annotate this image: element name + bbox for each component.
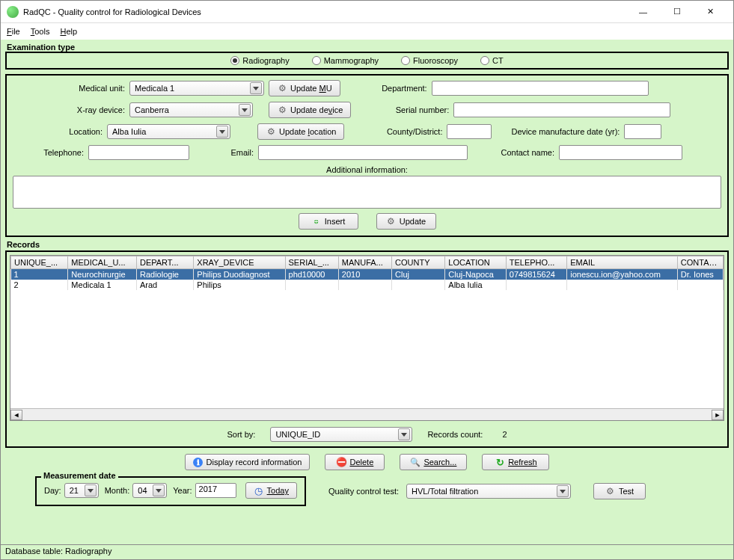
close-button[interactable]: ✕ <box>694 1 727 22</box>
horizontal-scrollbar[interactable]: ◄ ► <box>10 408 724 420</box>
contact-label: Contact name: <box>472 148 554 157</box>
table-cell <box>392 280 445 290</box>
gear-icon <box>277 105 287 115</box>
menu-tools[interactable]: Tools <box>31 27 50 36</box>
month-select[interactable]: 04 <box>132 483 167 498</box>
delete-button[interactable]: Delete <box>325 454 385 470</box>
email-input[interactable] <box>258 145 468 160</box>
update-mu-button[interactable]: Update MU <box>269 80 340 96</box>
menu-file[interactable]: File <box>7 27 20 36</box>
day-label: Day: <box>44 486 61 495</box>
radio-fluoroscopy[interactable]: Fluoroscopy <box>401 56 458 65</box>
menubar: File Tools Help <box>1 23 733 40</box>
table-cell: Philips Duodiagnost <box>194 269 285 280</box>
table-cell: Arad <box>136 280 193 290</box>
scroll-right-button[interactable]: ► <box>712 410 724 420</box>
refresh-button[interactable]: Refresh <box>482 454 549 470</box>
table-cell: phd10000 <box>285 269 338 280</box>
gear-icon <box>266 126 276 137</box>
column-header[interactable]: CONTAC... <box>677 256 723 269</box>
exam-type-group: Radiography Mammography Fluoroscopy CT <box>5 52 729 70</box>
medical-unit-select[interactable]: Medicala 1 <box>129 81 264 96</box>
xray-label: X-ray device: <box>13 105 125 114</box>
minus-icon <box>336 457 346 467</box>
medical-unit-label: Medical unit: <box>13 84 125 93</box>
contact-input[interactable] <box>559 145 682 160</box>
qc-test-select[interactable]: HVL/Total filtration <box>406 484 571 499</box>
sort-by-label: Sort by: <box>227 430 255 439</box>
additional-textarea[interactable] <box>13 176 721 209</box>
column-header[interactable]: SERIAL_... <box>285 256 338 269</box>
day-select[interactable]: 21 <box>64 483 99 498</box>
department-label: Department: <box>352 84 427 93</box>
email-label: Email: <box>194 148 254 157</box>
statusbar: Database table: Radiography <box>1 544 733 559</box>
update-location-button[interactable]: Update location <box>257 123 344 140</box>
refresh-icon <box>495 457 505 467</box>
gear-icon <box>277 83 287 93</box>
year-label: Year: <box>173 486 192 495</box>
table-cell <box>567 280 678 290</box>
records-count-value: 2 <box>502 430 507 439</box>
telephone-input[interactable] <box>88 145 189 160</box>
minimize-button[interactable]: ― <box>626 1 660 22</box>
column-header[interactable]: DEPART... <box>136 256 193 269</box>
table-row[interactable]: 1NeurochirurgieRadiologiePhilips Duodiag… <box>11 269 724 280</box>
location-select[interactable]: Alba Iulia <box>107 124 230 139</box>
display-record-button[interactable]: Display record information <box>185 454 311 470</box>
telephone-label: Telephone: <box>13 148 84 157</box>
column-header[interactable]: LOCATION <box>445 256 506 269</box>
search-button[interactable]: Search... <box>400 454 467 470</box>
insert-button[interactable]: Insert <box>299 213 358 230</box>
records-count-label: Records count: <box>427 430 483 439</box>
table-cell: Cluj-Napoca <box>445 269 506 280</box>
gear-icon <box>605 486 616 496</box>
test-button[interactable]: Test <box>593 483 646 499</box>
serial-label: Serial number: <box>363 105 449 114</box>
records-table: UNIQUE_...MEDICAL_U...DEPART...XRAY_DEVI… <box>10 256 724 290</box>
table-cell: Philips <box>194 280 285 290</box>
qc-test-label: Quality control test: <box>328 487 399 496</box>
update-button[interactable]: Update <box>376 213 436 230</box>
column-header[interactable]: UNIQUE_... <box>11 256 68 269</box>
app-window: RadQC - Quality control for Radiological… <box>0 0 734 560</box>
radio-mammography[interactable]: Mammography <box>312 56 379 65</box>
measurement-date-group: Measurement date Day: 21 Month: 04 Year:… <box>35 476 306 506</box>
table-cell: Radiologie <box>136 269 193 280</box>
column-header[interactable]: MANUFA... <box>338 256 391 269</box>
column-header[interactable]: TELEPHO... <box>506 256 566 269</box>
column-header[interactable]: COUNTY <box>392 256 445 269</box>
table-cell: Cluj <box>392 269 445 280</box>
mfg-year-input[interactable] <box>624 124 661 139</box>
radio-ct[interactable]: CT <box>480 56 504 65</box>
table-cell: 0749815624 <box>506 269 566 280</box>
measurement-date-title: Measurement date <box>41 471 118 480</box>
records-table-wrap[interactable]: UNIQUE_...MEDICAL_U...DEPART...XRAY_DEVI… <box>10 255 724 421</box>
radio-radiography[interactable]: Radiography <box>230 56 289 65</box>
table-cell: ionescu.ion@yahoo.com <box>567 269 678 280</box>
maximize-button[interactable]: ☐ <box>660 1 694 22</box>
window-title: RadQC - Quality control for Radiological… <box>23 7 626 16</box>
menu-help[interactable]: Help <box>60 27 77 36</box>
county-input[interactable] <box>447 124 492 139</box>
column-header[interactable]: EMAIL <box>567 256 678 269</box>
table-cell: 1 <box>11 269 68 280</box>
update-device-button[interactable]: Update device <box>269 102 351 118</box>
scroll-left-button[interactable]: ◄ <box>10 410 22 420</box>
table-cell: Alba Iulia <box>445 280 506 290</box>
column-header[interactable]: MEDICAL_U... <box>68 256 137 269</box>
today-button[interactable]: Today <box>245 482 297 499</box>
records-title: Records <box>7 240 729 249</box>
plus-icon <box>311 216 322 227</box>
sort-by-select[interactable]: UNIQUE_ID <box>270 427 412 442</box>
table-cell <box>677 280 723 290</box>
table-row[interactable]: 2Medicala 1AradPhilipsAlba Iulia <box>11 280 724 290</box>
column-header[interactable]: XRAY_DEVICE <box>194 256 285 269</box>
month-label: Month: <box>105 486 130 495</box>
department-input[interactable] <box>432 81 649 96</box>
serial-input[interactable] <box>453 102 670 117</box>
year-input[interactable]: 2017 <box>195 483 236 498</box>
table-cell: Neurochirurgie <box>68 269 137 280</box>
xray-select[interactable]: Canberra <box>129 102 253 117</box>
records-panel: UNIQUE_...MEDICAL_U...DEPART...XRAY_DEVI… <box>5 250 729 448</box>
